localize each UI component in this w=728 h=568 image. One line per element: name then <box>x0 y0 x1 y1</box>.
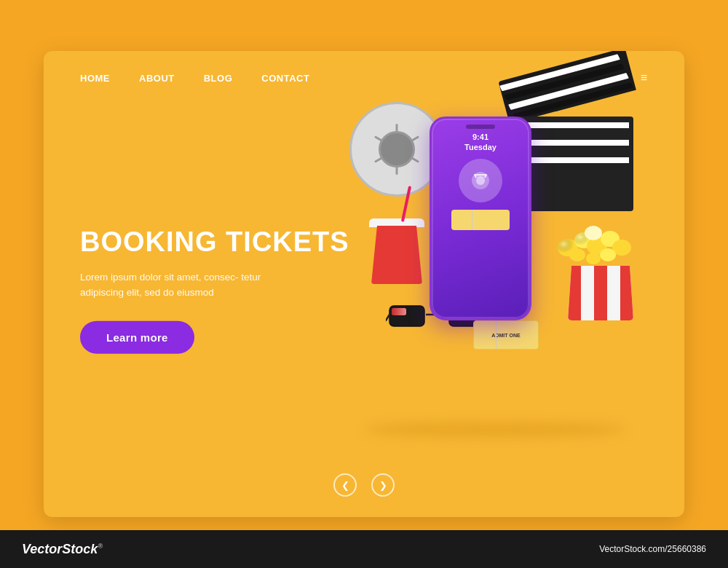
learn-more-button[interactable]: Learn more <box>80 321 194 354</box>
next-arrow-button[interactable]: ❯ <box>371 473 395 497</box>
nav-contact[interactable]: CONTACT <box>261 73 309 84</box>
clapper-body <box>517 117 633 211</box>
illustration-shadow <box>364 422 626 437</box>
footer-url: VectorStock.com/25660386 <box>599 544 706 554</box>
nav-home[interactable]: HOME <box>80 73 110 84</box>
popcorn-bucket <box>561 218 641 320</box>
phone-camera-icon <box>459 159 502 202</box>
phone-device: 9:41 Tuesday <box>430 117 531 320</box>
page-background: HOME ABOUT BLOG CONTACT ▶ ≡ BOOKING TICK… <box>0 0 728 568</box>
hero-description: Lorem ipsum dolor sit amet, consec- tetu… <box>80 269 284 301</box>
drink-cup <box>371 218 422 291</box>
movie-ticket: ADMIT ONE <box>473 320 539 350</box>
phone-notch <box>466 125 495 129</box>
reel-center <box>379 131 415 167</box>
footer-brand: VectorStock® <box>22 542 103 557</box>
svg-point-19 <box>600 248 616 261</box>
ticket-text: ADMIT ONE <box>491 333 520 338</box>
phone-time-display: 9:41 Tuesday <box>432 132 529 153</box>
hero-title: BOOKING TICKETS <box>80 227 349 258</box>
hero-left-content: BOOKING TICKETS Lorem ipsum dolor sit am… <box>80 227 349 354</box>
svg-point-18 <box>569 248 585 261</box>
brand-name: VectorStock® <box>22 542 103 556</box>
phone-ticket <box>451 210 510 230</box>
nav-blog[interactable]: BLOG <box>204 73 233 84</box>
svg-rect-5 <box>392 308 406 315</box>
prev-arrow-button[interactable]: ❮ <box>333 473 357 497</box>
svg-point-20 <box>586 253 601 264</box>
footer-bar: VectorStock® VectorStock.com/25660386 <box>0 530 728 568</box>
svg-point-17 <box>585 226 602 240</box>
popcorn-top <box>553 218 633 266</box>
main-card: HOME ABOUT BLOG CONTACT ▶ ≡ BOOKING TICK… <box>44 51 684 517</box>
hero-illustration: 9:41 Tuesday <box>328 73 662 481</box>
cup-body <box>371 226 422 284</box>
nav-about[interactable]: ABOUT <box>139 73 175 84</box>
slide-navigation: ❮ ❯ <box>333 473 395 497</box>
